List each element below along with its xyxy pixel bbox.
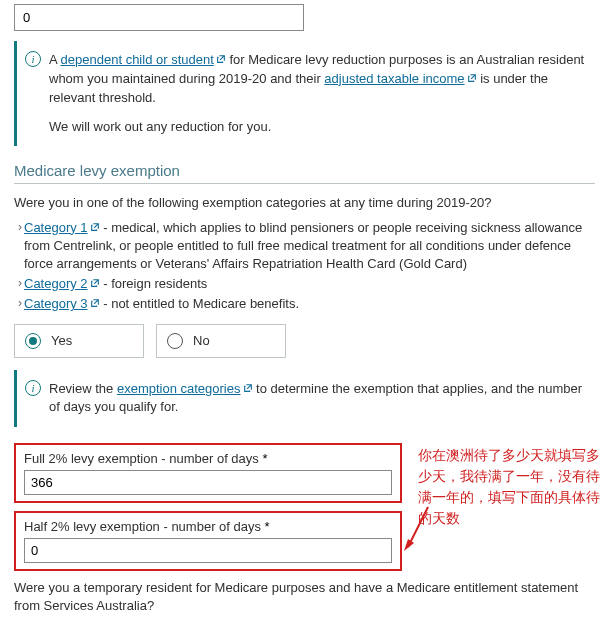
info-review-text: Review the exemption categories to deter… (49, 380, 589, 418)
radio-label: Yes (51, 333, 72, 348)
temp-resident-question: Were you a temporary resident for Medica… (14, 579, 595, 615)
link-category-1[interactable]: Category 1 (24, 220, 88, 235)
external-link-icon (243, 383, 253, 393)
arrow-icon (402, 503, 432, 556)
link-dependent-child[interactable]: dependent child or student (61, 52, 214, 67)
info-dependent-p2: We will work out any reduction for you. (49, 118, 589, 137)
radio-icon (167, 333, 183, 349)
exemption-yesno: Yes No (14, 324, 595, 358)
text: A (49, 52, 61, 67)
external-link-icon (467, 73, 477, 83)
external-link-icon (90, 278, 100, 288)
annotation-text: 你在澳洲待了多少天就填写多少天，我待满了一年，没有待满一年的，填写下面的具体待的… (418, 445, 602, 529)
radio-yes-exemption[interactable]: Yes (14, 324, 144, 358)
chevron-right-icon: › (18, 219, 22, 274)
svg-marker-1 (404, 539, 414, 551)
radio-label: No (193, 333, 210, 348)
exemption-question: Were you in one of the following exempti… (14, 194, 595, 212)
external-link-icon (90, 298, 100, 308)
link-adjusted-income[interactable]: adjusted taxable income (324, 71, 464, 86)
category-3-desc: - not entitled to Medicare benefits. (100, 296, 299, 311)
info-icon: i (25, 380, 41, 396)
text: Review the (49, 381, 117, 396)
full-exemption-block: Full 2% levy exemption - number of days … (14, 443, 402, 503)
chevron-right-icon: › (18, 275, 22, 293)
half-exemption-label: Half 2% levy exemption - number of days … (24, 519, 392, 534)
chevron-right-icon: › (18, 295, 22, 313)
link-category-2[interactable]: Category 2 (24, 276, 88, 291)
full-exemption-input[interactable] (24, 470, 392, 495)
half-exemption-input[interactable] (24, 538, 392, 563)
info-dependent: i A dependent child or student for Medic… (14, 41, 599, 146)
category-2-desc: - foreign residents (100, 276, 208, 291)
top-number-input[interactable] (14, 4, 304, 31)
info-dependent-p1: A dependent child or student for Medicar… (49, 51, 589, 108)
category-1-row: › Category 1 - medical, which applies to… (18, 219, 595, 274)
category-3-row: › Category 3 - not entitled to Medicare … (18, 295, 595, 313)
link-exemption-categories[interactable]: exemption categories (117, 381, 241, 396)
section-exemption-heading: Medicare levy exemption (14, 162, 595, 184)
external-link-icon (90, 222, 100, 232)
external-link-icon (216, 54, 226, 64)
radio-no-exemption[interactable]: No (156, 324, 286, 358)
half-exemption-block: Half 2% levy exemption - number of days … (14, 511, 402, 571)
full-exemption-label: Full 2% levy exemption - number of days … (24, 451, 392, 466)
info-icon: i (25, 51, 41, 67)
radio-icon (25, 333, 41, 349)
info-review-categories: i Review the exemption categories to det… (14, 370, 599, 428)
link-category-3[interactable]: Category 3 (24, 296, 88, 311)
category-1-desc: - medical, which applies to blind pensio… (24, 220, 582, 271)
category-2-row: › Category 2 - foreign residents (18, 275, 595, 293)
